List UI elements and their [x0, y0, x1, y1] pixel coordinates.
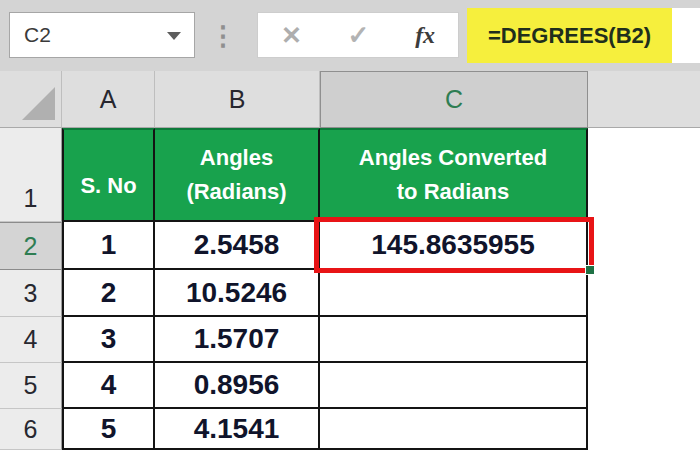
cell-b5[interactable]: 0.8956 — [155, 363, 320, 409]
cancel-icon[interactable]: ✕ — [281, 21, 302, 50]
cell-a5[interactable]: 4 — [62, 363, 155, 409]
cell-b3[interactable]: 10.5246 — [155, 270, 320, 317]
column-header-c[interactable]: C — [320, 71, 588, 128]
name-box[interactable]: C2 — [9, 12, 195, 58]
empty-area — [588, 222, 700, 270]
formula-text: =DEGREES(B2) — [467, 8, 672, 63]
cell-b4[interactable]: 1.5707 — [155, 317, 320, 363]
cell-c2-selected[interactable]: 145.8635955 — [320, 222, 588, 270]
cell-a6[interactable]: 5 — [62, 409, 155, 450]
separator-dots-icon: ⋮ — [213, 0, 233, 71]
row-header-6[interactable]: 6 — [0, 409, 62, 450]
empty-area — [588, 317, 700, 363]
name-box-dropdown-icon[interactable] — [167, 32, 181, 40]
insert-function-icon[interactable]: fx — [415, 22, 435, 49]
cell-c3[interactable] — [320, 270, 588, 317]
column-header-b[interactable]: B — [155, 71, 320, 128]
name-box-value: C2 — [24, 13, 51, 57]
cell-a1[interactable]: S. No — [62, 128, 155, 222]
cell-b1[interactable]: Angles (Radians) — [155, 128, 320, 222]
excel-window: C2 ⋮ ✕ ✓ fx =DEGREES(B2) A B C 1 S. No A… — [0, 0, 700, 450]
cell-a3[interactable]: 2 — [62, 270, 155, 317]
spreadsheet: A B C 1 S. No Angles (Radians) Angles Co… — [0, 71, 700, 450]
cell-c5[interactable] — [320, 363, 588, 409]
empty-area — [588, 363, 700, 409]
formula-input[interactable]: =DEGREES(B2) — [467, 8, 700, 63]
row-header-2[interactable]: 2 — [0, 222, 62, 270]
row-header-5[interactable]: 5 — [0, 363, 62, 409]
cell-a2[interactable]: 1 — [62, 222, 155, 270]
cell-c4[interactable] — [320, 317, 588, 363]
enter-icon[interactable]: ✓ — [348, 20, 370, 51]
fill-handle[interactable] — [585, 265, 595, 275]
row-header-4[interactable]: 4 — [0, 317, 62, 363]
select-all-icon — [22, 87, 55, 120]
select-all-button[interactable] — [0, 71, 62, 128]
empty-area — [588, 128, 700, 222]
cell-b6[interactable]: 4.1541 — [155, 409, 320, 450]
formula-buttons: ✕ ✓ fx — [257, 12, 459, 58]
empty-area — [588, 270, 700, 317]
row-header-3[interactable]: 3 — [0, 270, 62, 317]
cell-c6[interactable] — [320, 409, 588, 450]
cell-c1[interactable]: Angles Converted to Radians — [320, 128, 588, 222]
cell-a4[interactable]: 3 — [62, 317, 155, 363]
formula-bar-row: C2 ⋮ ✕ ✓ fx =DEGREES(B2) — [0, 0, 700, 71]
row-header-1[interactable]: 1 — [0, 128, 62, 222]
column-header-filler — [588, 71, 700, 128]
column-header-a[interactable]: A — [62, 71, 155, 128]
empty-area — [588, 409, 700, 450]
cell-b2[interactable]: 2.5458 — [155, 222, 320, 270]
